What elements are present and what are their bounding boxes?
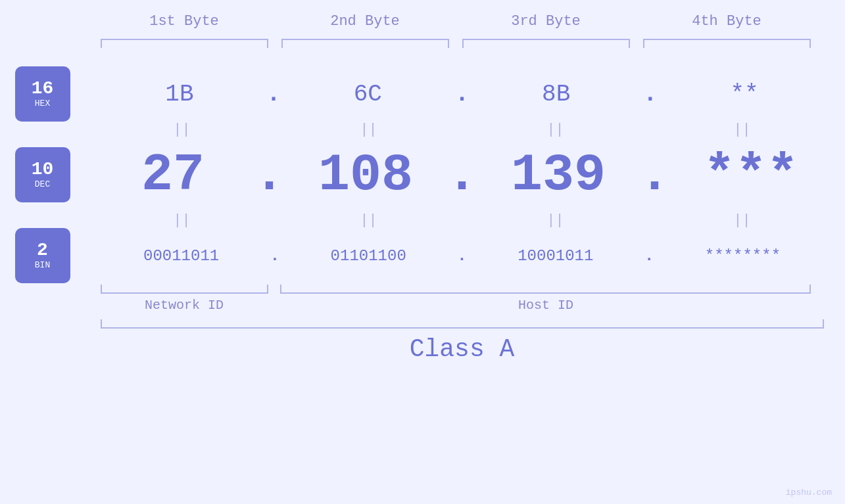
- bin-badge-label: BIN: [35, 261, 50, 270]
- dec-badge-label: DEC: [35, 180, 50, 189]
- hex-badge-number: 16: [32, 79, 54, 99]
- bracket-2: [281, 39, 449, 48]
- bin-val-4: ********: [655, 247, 830, 265]
- class-bracket: [101, 319, 824, 329]
- hex-badge: 16 HEX: [15, 66, 70, 122]
- byte-label-4: 4th Byte: [637, 13, 817, 30]
- bin-badge-number: 2: [37, 241, 48, 261]
- network-bracket: [101, 285, 268, 294]
- dec-val-2: 108: [287, 145, 445, 205]
- hex-val-3: 8B: [470, 81, 642, 108]
- hex-val-2: 6C: [282, 81, 454, 108]
- dot-dec-1: .: [252, 145, 286, 205]
- dot-bin-1: .: [269, 247, 281, 265]
- watermark: ipshu.com: [786, 488, 832, 497]
- dec-badge: 10 DEC: [15, 147, 70, 202]
- dot-hex-2: .: [454, 81, 471, 108]
- class-label: Class A: [410, 335, 515, 363]
- byte-label-1: 1st Byte: [94, 13, 275, 30]
- dec-val-4: ***: [672, 145, 831, 205]
- equals-dec-4: ||: [654, 212, 831, 229]
- host-bracket: [280, 285, 811, 294]
- bin-val-3: 10001011: [468, 247, 643, 265]
- byte-label-2: 2nd Byte: [275, 13, 456, 30]
- host-id-label: Host ID: [275, 298, 817, 313]
- hex-val-4: **: [659, 81, 831, 108]
- equals-hex-1: ||: [94, 122, 270, 138]
- byte-label-3: 3rd Byte: [456, 13, 637, 30]
- dot-hex-3: .: [642, 81, 659, 108]
- equals-dec-3: ||: [468, 212, 644, 229]
- dot-dec-2: .: [445, 145, 479, 205]
- bin-val-1: 00011011: [94, 247, 269, 265]
- equals-dec-1: ||: [94, 212, 270, 229]
- hex-val-1: 1B: [94, 81, 266, 108]
- dot-dec-3: .: [637, 145, 671, 205]
- bin-val-2: 01101100: [281, 247, 456, 265]
- bracket-1: [101, 39, 268, 48]
- bin-badge: 2 BIN: [15, 228, 70, 283]
- hex-badge-label: HEX: [35, 99, 50, 108]
- bracket-3: [462, 39, 630, 48]
- dec-badge-number: 10: [32, 160, 54, 180]
- dot-bin-2: .: [456, 247, 468, 265]
- dec-val-1: 27: [94, 145, 253, 205]
- dec-val-3: 139: [479, 145, 638, 205]
- dot-hex-1: .: [265, 81, 282, 108]
- main-container: 1st Byte 2nd Byte 3rd Byte 4th Byte 16 H…: [0, 0, 845, 504]
- equals-hex-2: ||: [281, 122, 457, 138]
- equals-hex-3: ||: [468, 122, 644, 138]
- dot-bin-3: .: [643, 247, 655, 265]
- bracket-4: [643, 39, 811, 48]
- equals-dec-2: ||: [281, 212, 457, 229]
- network-id-label: Network ID: [94, 298, 275, 313]
- equals-hex-4: ||: [654, 122, 831, 138]
